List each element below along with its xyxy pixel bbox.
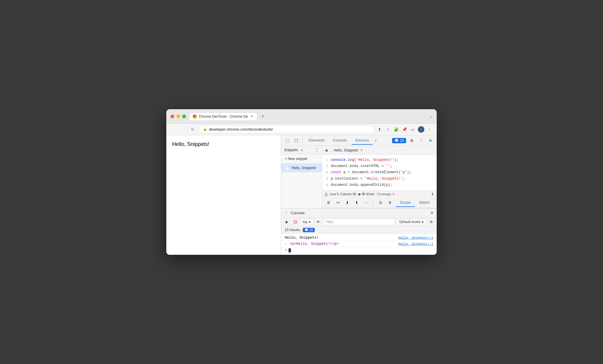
new-tab-button[interactable]: + <box>259 112 267 120</box>
code-line-3: 3 const p = document.createElement('p'); <box>322 169 437 176</box>
snippets-more-button[interactable]: » <box>301 148 303 152</box>
levels-chevron-icon: ▾ <box>422 220 423 224</box>
step-button[interactable]: → <box>363 199 370 206</box>
console-line-1: Hello, Snippets! Hello, Snippets!:1 <box>281 235 437 241</box>
devtools-more-button[interactable]: ⋮ <box>417 137 425 144</box>
extension-icon[interactable]: 🧩 <box>393 127 399 132</box>
bookmark-icon[interactable]: ☆ <box>385 127 391 132</box>
issues-bar: 15 Issues: 💬 15 <box>281 227 437 234</box>
editor-tab-close-button[interactable]: ✕ <box>360 148 363 152</box>
console-run-button[interactable]: ▶ <box>284 219 290 225</box>
format-button[interactable]: {} <box>325 192 328 196</box>
line-num-1: 1 <box>322 158 331 163</box>
coverage-text: Coverage: n <box>377 192 395 196</box>
code-editor[interactable]: 1 console.log('Hello, Snippets!'); 2 doc… <box>322 155 437 191</box>
step-out-button[interactable]: ⬆ <box>353 199 360 206</box>
menu-icon[interactable]: ⋮ <box>427 127 433 132</box>
issues-badge[interactable]: 💬 15 <box>392 138 406 143</box>
console-menu-icon[interactable]: ⋮ <box>284 210 288 215</box>
new-snippet-button[interactable]: + New snippet <box>281 154 322 164</box>
url-bar[interactable]: 🔒 developer.chrome.com/docs/devtools/ <box>199 125 374 133</box>
sidebar-icon[interactable]: ▭ <box>410 127 416 132</box>
tab-bar: Chrome DevTools - Chrome De ✕ + <box>189 112 426 120</box>
async-pause-button[interactable]: ⏸ <box>386 199 393 206</box>
more-tabs-button[interactable]: » <box>374 137 378 144</box>
editor-back-button[interactable]: ◀ <box>322 148 330 152</box>
issues-badge-icon: 💬 <box>304 228 309 232</box>
line-num-5: 5 <box>322 183 331 188</box>
editor-tab-active[interactable]: Hello, Snippets! ✕ <box>330 147 367 154</box>
step-into-button[interactable]: ⬇ <box>344 199 351 206</box>
chevron-down-icon[interactable]: ⌄ <box>429 114 433 119</box>
devtools-close-button[interactable]: ✕ <box>427 137 434 144</box>
code-line-1: 1 console.log('Hello, Snippets!'); <box>322 157 437 163</box>
traffic-lights <box>170 114 186 118</box>
snippet-item-hello[interactable]: 📄 Hello, Snippets! <box>281 164 322 172</box>
console-content: Hello, Snippets! Hello, Snippets!:1 ← <p… <box>281 234 437 255</box>
console-eye-button[interactable]: 👁 <box>315 219 321 225</box>
tab-sources[interactable]: Sources <box>351 136 373 145</box>
editor-tab-label: Hello, Snippets! <box>334 148 359 152</box>
console-toolbar: ▶ 🚫 top ▾ 👁 Filter Default levels ▾ ⚙ <box>281 218 437 227</box>
devtools-settings-button[interactable]: ⚙ <box>408 137 416 144</box>
tab-elements[interactable]: Elements <box>305 136 328 145</box>
console-dom-link[interactable]: Hello, Snippets!:1 <box>398 242 433 246</box>
expand-button[interactable]: ⬇ <box>431 192 434 196</box>
dbg-divider <box>373 200 373 205</box>
devtools-body: Snippets » ⋮ + New snippet 📄 Hello, Snip… <box>281 146 437 208</box>
main-area: Hello, Snippets! ⬚ ☐ Elements Console So… <box>166 135 437 255</box>
refresh-button[interactable]: ↻ <box>189 126 196 133</box>
console-link-1[interactable]: Hello, Snippets!:1 <box>398 236 433 240</box>
console-block-button[interactable]: 🚫 <box>292 219 298 225</box>
tab-watch[interactable]: Watch <box>415 198 434 207</box>
code-content-4: p.textContent = 'Hello, Snippets!'; <box>331 176 405 182</box>
avatar[interactable]: 👤 <box>418 126 424 133</box>
back-button[interactable]: ‹ <box>170 126 177 133</box>
new-snippet-label: + New snippet <box>285 157 307 161</box>
console-settings-button[interactable]: ⚙ <box>428 219 434 225</box>
tab-console[interactable]: Console <box>329 136 350 145</box>
levels-selector[interactable]: Default levels ▾ <box>397 219 426 225</box>
maximize-window-button[interactable] <box>182 114 186 118</box>
inspect-element-button[interactable]: ⬚ <box>284 137 291 144</box>
editor-tab-bar: ◀ Hello, Snippets! ✕ <box>322 146 437 155</box>
snippets-kebab-button[interactable]: ⋮ <box>315 148 319 152</box>
levels-label: Default levels <box>399 220 421 224</box>
breakpoints-button[interactable]: ⊘ <box>377 199 384 206</box>
code-content-1: console.log('Hello, Snippets!'); <box>331 157 398 163</box>
browser-tab-active[interactable]: Chrome DevTools - Chrome De ✕ <box>189 112 257 120</box>
line-num-2: 2 <box>322 164 331 169</box>
scope-tabs: Scope Watch <box>396 198 434 207</box>
tab-close-button[interactable]: ✕ <box>249 114 254 119</box>
console-arrow-icon: ← <box>285 242 287 246</box>
browser-window: Chrome DevTools - Chrome De ✕ + ⌄ ‹ › ↻ … <box>166 109 437 255</box>
minimize-window-button[interactable] <box>176 114 180 118</box>
run-snippet-button[interactable]: ▶ ⌘+Enter <box>359 192 375 196</box>
console-filter-input[interactable]: Filter <box>323 219 395 225</box>
pin-icon[interactable]: 📌 <box>401 127 407 132</box>
console-close-button[interactable]: ✕ <box>430 210 434 215</box>
chrome-favicon-icon <box>193 114 197 119</box>
code-line-5: 5 document.body.appendChild(p); <box>322 182 437 188</box>
issues-badge-small[interactable]: 💬 15 <box>303 228 315 232</box>
close-window-button[interactable] <box>170 114 174 118</box>
share-icon[interactable]: ⬆ <box>377 127 383 132</box>
code-line-2: 2 document.body.innerHTML = ''; <box>322 163 437 169</box>
context-selector[interactable]: top ▾ <box>300 219 313 225</box>
tab-scope[interactable]: Scope <box>396 198 415 207</box>
context-label: top <box>303 220 308 224</box>
lock-icon: 🔒 <box>203 127 207 131</box>
console-input-line[interactable]: > <box>281 247 437 254</box>
code-content-3: const p = document.createElement('p'); <box>331 170 411 175</box>
pause-button[interactable]: ⏸ <box>325 199 332 206</box>
status-line-col: Line 5, Column 30 <box>330 192 356 196</box>
issues-icon: 💬 <box>394 139 399 143</box>
console-cursor <box>289 248 291 252</box>
issues-count: 15 <box>400 139 404 143</box>
forward-button[interactable]: › <box>180 126 187 133</box>
console-panel: ⋮ Console ✕ ▶ 🚫 top ▾ 👁 Filter Default l… <box>281 208 437 255</box>
device-toolbar-button[interactable]: ☐ <box>292 137 300 144</box>
title-bar: Chrome DevTools - Chrome De ✕ + ⌄ <box>166 109 437 124</box>
step-over-button[interactable]: ↪ <box>334 199 341 206</box>
page-content: Hello, Snippets! <box>166 135 281 255</box>
